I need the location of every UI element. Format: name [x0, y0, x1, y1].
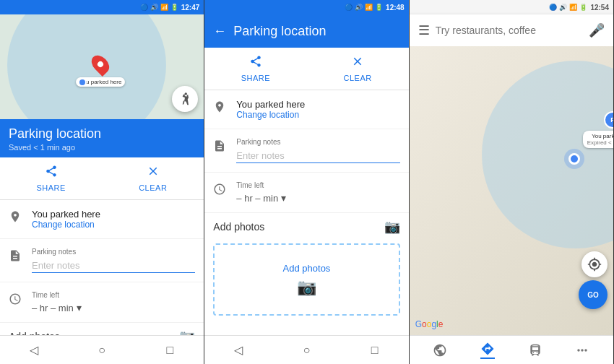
- parked-here-title-2: You parked here: [236, 99, 399, 110]
- share-label-2: SHARE: [241, 74, 270, 82]
- camera-icon-1[interactable]: 📷: [179, 329, 195, 335]
- location-content-2: You parked here Change location: [236, 99, 399, 120]
- location-icon-2: [213, 100, 229, 116]
- add-photos-title-2: Add photos: [213, 221, 264, 233]
- change-location-1[interactable]: Change location: [32, 220, 195, 230]
- time-item-2: Time left – hr – min ▾: [204, 173, 408, 213]
- bottom-nav-1: ◁ ○ □: [0, 335, 204, 364]
- actions-row-2: SHARE CLEAR: [204, 48, 408, 90]
- active-underline-3: [480, 358, 495, 359]
- time-item-1: Time left – hr – min ▾: [0, 282, 204, 323]
- location-item-1: You parked here Change location: [0, 200, 204, 239]
- clear-label-1: CLEAR: [139, 183, 167, 192]
- status-time-1: 12:47: [181, 4, 200, 12]
- photos-section-header-2: Add photos 📷: [204, 213, 408, 240]
- parking-title-1: Parking location: [9, 126, 195, 142]
- search-bar-3: ☰ 🎤: [410, 14, 613, 46]
- notes-item-2: Parking notes: [204, 129, 408, 173]
- notes-input-2[interactable]: [236, 149, 399, 163]
- map-right-3: P You parked here Expired < 1 min ago GO…: [410, 46, 613, 335]
- status-time-2: 12:48: [386, 4, 405, 12]
- map-area-1: You parked here: [0, 14, 204, 119]
- clock-icon-1: [9, 292, 25, 308]
- status-icons-1: 🔵 🔊 📶 🔋: [140, 4, 178, 11]
- time-dropdown-1[interactable]: ▾: [77, 302, 82, 313]
- recent-nav-2[interactable]: □: [341, 344, 408, 357]
- notes-label-2: Parking notes: [236, 138, 399, 146]
- parking-header-1: Parking location Saved < 1 min ago: [0, 119, 204, 157]
- time-value-1: – hr – min: [32, 303, 74, 313]
- time-value-2: – hr – min: [236, 193, 278, 204]
- location-icon-1: [9, 210, 25, 226]
- clear-label-2: CLEAR: [343, 74, 371, 82]
- p2-title: Parking location: [233, 24, 326, 39]
- map-dot-1: [78, 78, 87, 87]
- clear-button-2[interactable]: CLEAR: [307, 48, 409, 90]
- status-bar-2: 🔵 🔊 📶 🔋 12:48: [204, 0, 408, 14]
- parking-subtitle-1: Saved < 1 min ago: [9, 143, 195, 152]
- time-label-1: Time left: [32, 291, 195, 299]
- parked-label-3: You parked here Expired < 1 min ago: [583, 131, 613, 148]
- time-dropdown-2[interactable]: ▾: [281, 192, 286, 204]
- status-bar-1: 🔵 🔊 📶 🔋 12:47: [0, 0, 204, 14]
- status-icons-2: 🔵 🔊 📶 🔋: [345, 4, 383, 11]
- share-button-1[interactable]: SHARE: [0, 157, 102, 199]
- panel-2: 🔵 🔊 📶 🔋 12:48 ← Parking location SHARE C…: [204, 0, 409, 364]
- change-location-2[interactable]: Change location: [236, 110, 399, 120]
- time-content-1: Time left – hr – min ▾: [32, 291, 195, 313]
- search-input-3[interactable]: [436, 25, 583, 36]
- share-button-2[interactable]: SHARE: [204, 48, 306, 90]
- add-photos-box-2[interactable]: Add photos 📷: [213, 243, 399, 316]
- notes-content-1: Parking notes: [32, 248, 195, 273]
- notes-input-1[interactable]: [32, 259, 195, 273]
- notes-content-2: Parking notes: [236, 138, 399, 163]
- bottom-nav-2: ◁ ○ □: [204, 335, 408, 364]
- time-label-2: Time left: [236, 181, 399, 189]
- clear-icon-1: [147, 165, 160, 181]
- recent-nav-1[interactable]: □: [137, 344, 204, 357]
- back-button-2[interactable]: ←: [213, 24, 226, 39]
- time-value-row-2: – hr – min ▾: [236, 192, 399, 204]
- add-photos-label-2: Add photos: [283, 263, 331, 274]
- home-nav-2[interactable]: ○: [273, 344, 340, 357]
- mic-icon-3[interactable]: 🎤: [589, 22, 605, 38]
- menu-icon-3[interactable]: ☰: [418, 22, 430, 38]
- location-dot-3: [568, 153, 580, 165]
- content-1: You parked here Change location Parking …: [0, 200, 204, 335]
- camera-icon-2[interactable]: 📷: [384, 219, 400, 235]
- parked-pin-marker-3: P: [604, 111, 613, 129]
- notes-icon-1: [9, 249, 25, 265]
- transit-nav-3[interactable]: [528, 343, 542, 358]
- back-nav-2[interactable]: ◁: [205, 343, 272, 357]
- explore-nav-3[interactable]: [433, 343, 447, 358]
- time-value-row-1: – hr – min ▾: [32, 302, 195, 313]
- content-2: You parked here Change location Parking …: [204, 90, 408, 335]
- home-nav-1[interactable]: ○: [69, 344, 136, 357]
- location-item-2: You parked here Change location: [204, 90, 408, 129]
- more-nav-3[interactable]: [575, 343, 589, 358]
- status-bar-3: 🔵 🔊 📶 🔋 12:54: [410, 0, 613, 14]
- map-pin-head-1: [88, 52, 113, 77]
- bottom-nav-3: [410, 335, 613, 364]
- share-icon-2: [249, 55, 262, 71]
- directions-nav-3[interactable]: [480, 342, 495, 359]
- google-logo-3: Google: [415, 319, 444, 329]
- actions-row-1: SHARE CLEAR: [0, 157, 204, 200]
- locate-button-3[interactable]: [581, 251, 607, 277]
- status-icons-3: 🔵 🔊 📶 🔋: [549, 4, 587, 11]
- clear-icon-2: [351, 55, 364, 71]
- walk-icon: [178, 92, 192, 106]
- status-time-3: 12:54: [590, 4, 609, 12]
- go-button-3[interactable]: GO: [579, 280, 607, 309]
- share-label-1: SHARE: [36, 183, 65, 192]
- clock-icon-2: [213, 183, 229, 199]
- panel-3: 🔵 🔊 📶 🔋 12:54 ☰ 🎤 P You parked here Expi…: [410, 0, 614, 364]
- back-nav-1[interactable]: ◁: [0, 343, 67, 357]
- parked-pin-3: P You parked here Expired < 1 min ago: [583, 111, 613, 148]
- notes-label-1: Parking notes: [32, 248, 195, 256]
- time-content-2: Time left – hr – min ▾: [236, 181, 399, 204]
- walk-button-1[interactable]: [172, 86, 198, 112]
- panel-1: 🔵 🔊 📶 🔋 12:47 You parked here Parking lo…: [0, 0, 204, 364]
- photos-header-1: Add photos 📷: [0, 323, 204, 335]
- clear-button-1[interactable]: CLEAR: [102, 157, 204, 199]
